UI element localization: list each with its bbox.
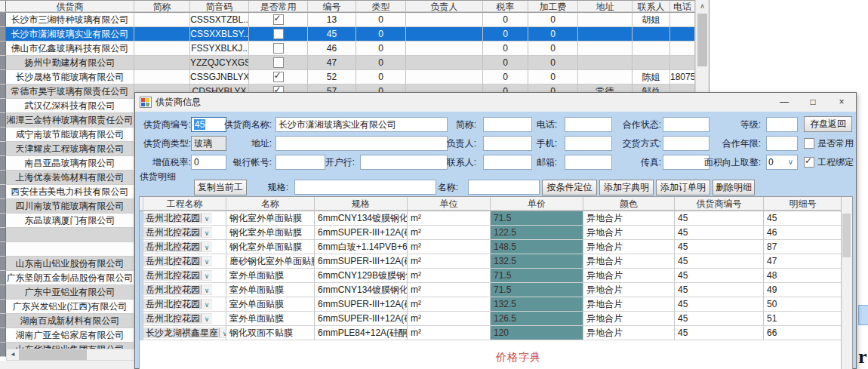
- cell-contact[interactable]: 胡姐: [633, 13, 670, 27]
- col-contact[interactable]: 联系人: [633, 1, 670, 12]
- cell-supplier-name[interactable]: 西安佳吉美电力科技有限公司: [6, 185, 134, 199]
- supplier-row[interactable]: 佛山市亿鑫玻璃科技有限公司 FSSYXBLKJ.. 46 0 0 0: [0, 42, 709, 56]
- cell-color[interactable]: 异地合片: [583, 240, 675, 254]
- cell-name[interactable]: 钢化双面不贴膜: [226, 326, 315, 340]
- row-header[interactable]: [0, 99, 6, 113]
- cell-supplier-name[interactable]: 山东南山铝业股份有限公司: [6, 257, 134, 271]
- add-order-detail-button[interactable]: 添加订单明细: [656, 180, 710, 195]
- gcol-project[interactable]: 工程名称: [143, 197, 226, 211]
- gcol-price[interactable]: 单价: [491, 197, 583, 211]
- row-header[interactable]: [0, 128, 6, 142]
- delete-detail-button[interactable]: 删除明细: [713, 180, 755, 195]
- cell-supplier-name[interactable]: 湖南百成新材料有限公司: [6, 314, 134, 328]
- cell-supplier-no[interactable]: 45: [675, 254, 764, 269]
- col-fee[interactable]: 加工费: [528, 1, 578, 12]
- cell-tax[interactable]: 0: [483, 70, 528, 85]
- cell-supplier-name[interactable]: 常德市昊宇玻璃有限责任公司: [6, 85, 134, 99]
- dropdown-icon[interactable]: [785, 156, 796, 168]
- cell-color[interactable]: 异地合片: [583, 211, 675, 226]
- cell-detail-no[interactable]: 48: [764, 269, 842, 283]
- cell-contact[interactable]: [633, 56, 670, 70]
- cell-detail-no[interactable]: 50: [764, 297, 842, 312]
- cell-id[interactable]: 46: [308, 42, 356, 56]
- detail-row[interactable]: 岳州北控花园 室外单面贴膜 6mmCNY129B镀膜钢化 m² 71.5 异地合…: [140, 269, 852, 283]
- common-checkbox[interactable]: [273, 14, 284, 25]
- row-header[interactable]: [0, 113, 6, 128]
- cell-price[interactable]: 148.5: [491, 240, 583, 254]
- cell-supplier-name[interactable]: 广东兴发铝业(江西)有限公司: [6, 300, 134, 314]
- cell-manager[interactable]: [406, 27, 483, 42]
- cell-project[interactable]: 岳州北控花园: [143, 226, 226, 240]
- cell-unit[interactable]: m²: [408, 297, 491, 312]
- row-header[interactable]: [0, 328, 6, 343]
- dropdown-icon[interactable]: [201, 285, 212, 294]
- row-header[interactable]: [0, 199, 6, 214]
- cell-manager[interactable]: [406, 13, 483, 27]
- cell-project[interactable]: 岳州北控花园: [143, 269, 226, 283]
- dropdown-icon[interactable]: [201, 314, 212, 323]
- save-return-button[interactable]: 存盘返回: [804, 116, 852, 132]
- cell-tax[interactable]: 0: [483, 56, 528, 70]
- cell-abbr[interactable]: [134, 27, 190, 42]
- cell-fee[interactable]: 0: [528, 70, 578, 85]
- row-header[interactable]: [0, 185, 6, 199]
- cell-price[interactable]: 71.5: [491, 283, 583, 297]
- cell-tax[interactable]: 0: [483, 42, 528, 56]
- area-round-up-select[interactable]: 0: [766, 155, 798, 170]
- scroll-left-icon[interactable]: ◄: [7, 349, 19, 360]
- cell-type[interactable]: 0: [356, 27, 406, 42]
- close-icon[interactable]: ×: [827, 93, 856, 112]
- cell-code[interactable]: CSSSXTZBL..: [190, 13, 249, 27]
- minimize-icon[interactable]: —: [770, 93, 799, 112]
- cell-supplier-name[interactable]: 广东坚朗五金制品股份有限公司: [6, 271, 134, 285]
- cell-name[interactable]: 钢化室外单面贴膜: [226, 226, 315, 240]
- grade-input[interactable]: [766, 117, 798, 132]
- cell-phone[interactable]: [670, 56, 695, 70]
- col-supplier[interactable]: 供货商: [6, 1, 134, 12]
- dropdown-icon[interactable]: [201, 300, 212, 309]
- cell-supplier-name[interactable]: 佛山市亿鑫玻璃科技有限公司: [6, 42, 134, 56]
- detail-row[interactable]: 岳州北控花园 钢化室外单面贴膜 6mmSUPER-III+12A(硅... m²…: [140, 226, 852, 240]
- row-header[interactable]: [0, 257, 6, 271]
- cell-unit[interactable]: m²: [408, 254, 491, 269]
- cell-name[interactable]: 钢化室外单面贴膜: [226, 211, 315, 226]
- cell-project[interactable]: 岳州北控花园: [143, 254, 226, 269]
- cell-name[interactable]: 钢化室外单面贴膜: [226, 240, 315, 254]
- cell-code[interactable]: FSSYXBLKJ..: [190, 42, 249, 56]
- row-header[interactable]: [0, 156, 6, 171]
- project-bind-checkbox-row[interactable]: 工程绑定: [804, 155, 854, 170]
- cell-phone[interactable]: [670, 27, 695, 42]
- supplier-row[interactable]: 长沙市三湘特种玻璃有限公司 CSSSXTZBL.. 13 0 0 0 胡姐: [0, 13, 709, 27]
- cell-supplier-no[interactable]: 45: [675, 312, 764, 326]
- row-header[interactable]: [0, 214, 6, 228]
- cell-supplier-name[interactable]: 东晶玻璃厦门有限公司: [6, 214, 134, 228]
- cell-type[interactable]: 0: [356, 13, 406, 27]
- add-dict-detail-button[interactable]: 添加字典明细: [599, 180, 654, 195]
- dropdown-icon[interactable]: [201, 242, 212, 251]
- cell-addr[interactable]: [578, 27, 633, 42]
- cell-supplier-name[interactable]: 四川南玻节能玻璃有限公司: [6, 199, 134, 214]
- row-header[interactable]: [0, 27, 6, 42]
- cell-unit[interactable]: m²: [408, 240, 491, 254]
- cell-supplier-name[interactable]: 扬州中勤建材有限公司: [6, 56, 134, 70]
- cell-supplier-name[interactable]: 长沙市三湘特种玻璃有限公司: [6, 13, 134, 27]
- cell-project[interactable]: 岳州北控花园: [143, 312, 226, 326]
- cell-phone[interactable]: [670, 13, 695, 27]
- cell-price[interactable]: 71.5: [491, 269, 583, 283]
- cell-id[interactable]: 45: [308, 27, 356, 42]
- row-header[interactable]: [0, 13, 6, 27]
- cell-price[interactable]: 132.5: [491, 297, 583, 312]
- is-common-checkbox-row[interactable]: 是否常用: [804, 136, 854, 151]
- cell-spec[interactable]: 6mmSUPER-III+12A(硅...: [315, 297, 408, 312]
- cell-phone[interactable]: [670, 42, 695, 56]
- maximize-icon[interactable]: □: [799, 93, 827, 112]
- cell-fee[interactable]: 0: [528, 42, 578, 56]
- cell-supplier-name[interactable]: 湖南广亚全铝家居有限公司: [6, 328, 134, 343]
- coop-years-input[interactable]: [766, 136, 798, 151]
- cell-id[interactable]: 52: [308, 70, 356, 85]
- cell-unit[interactable]: m²: [408, 326, 491, 340]
- cell-fee[interactable]: 0: [528, 13, 578, 27]
- cell-supplier-name[interactable]: 湘潭三金特种玻璃有限责任公司: [6, 113, 134, 128]
- cell-phone[interactable]: 180751: [670, 70, 695, 85]
- row-header[interactable]: [0, 85, 6, 99]
